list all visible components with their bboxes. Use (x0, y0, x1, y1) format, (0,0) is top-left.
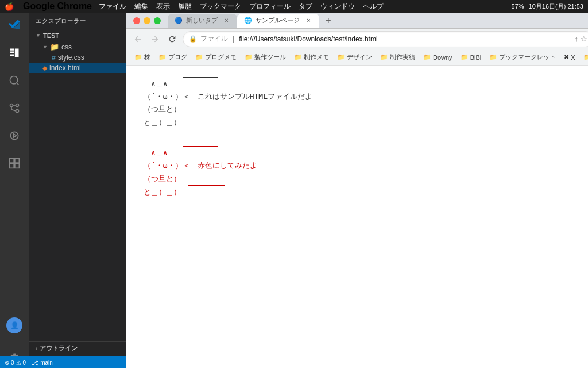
chevron-down-icon: ▼ (36, 33, 41, 39)
vscode-logo (6, 17, 22, 33)
index-html-file[interactable]: ◆ index.html (29, 63, 126, 73)
lock-icon: 🔒 (189, 35, 197, 43)
bookmark-x[interactable]: ✖ X (560, 52, 578, 62)
tab-favicon: 🔵 (175, 17, 183, 25)
bookmark-label: 制作メモ (304, 53, 329, 62)
menu-edit[interactable]: 編集 (134, 2, 148, 12)
bookmark-kabu[interactable]: 📁 株 (131, 52, 154, 63)
tab-favicon: 🌐 (244, 17, 252, 25)
new-tab-button[interactable]: + (322, 14, 335, 28)
folder-icon: 📁 (380, 53, 388, 61)
chrome-toolbar: 🔒 ファイル | file:///Users/tatsuki/Downloads… (126, 29, 588, 49)
menu-tab[interactable]: タブ (299, 2, 312, 12)
svg-marker-9 (13, 134, 16, 138)
bookmark-seisaku-memo[interactable]: 📁 制作メモ (291, 52, 332, 63)
statusbar-errors[interactable]: ⊗ 0 ⚠ 0 (5, 359, 26, 366)
bookmark-progmemo[interactable]: 📁 プログメモ (192, 52, 240, 63)
chevron-right-icon: › (36, 346, 37, 351)
minimize-button[interactable] (144, 17, 150, 24)
git-branch: main (40, 359, 53, 366)
menu-view[interactable]: 表示 (156, 2, 170, 12)
tab-close-button[interactable]: ✕ (222, 17, 230, 25)
kaomoji-line4-red: と＿）＿） (144, 186, 257, 198)
bookmark-downy[interactable]: 📁 Downy (420, 52, 456, 62)
menu-bookmarks[interactable]: ブックマーク (200, 2, 241, 12)
user-avatar[interactable]: 👤 (6, 317, 22, 334)
svg-point-4 (16, 104, 19, 107)
chrome-titlebar: 🔵 新しいタブ ✕ 🌐 サンプルページ ✕ + ⋮ (126, 13, 588, 29)
address-bar[interactable]: 🔒 ファイル | file:///Users/tatsuki/Downloads… (183, 31, 588, 47)
bookmark-design[interactable]: 📁 デザイン (334, 52, 376, 63)
menu-history[interactable]: 履歴 (178, 2, 192, 12)
bookmark-label: 株 (144, 53, 150, 62)
folder-icon: 📁 (583, 53, 588, 61)
debug-icon[interactable] (6, 128, 22, 144)
bookmark-bibi[interactable]: 📁 BiBi (457, 52, 485, 62)
statusbar-git[interactable]: ⎇ main (32, 359, 53, 366)
explorer-icon[interactable] (6, 45, 22, 61)
outline-label: アウトライン (40, 344, 78, 352)
folder-icon: 📁 (245, 53, 253, 61)
menu-profile[interactable]: プロフィール (249, 2, 291, 12)
chrome-content: ∧＿∧ （´・ω・）＜ （´・ω・）＜ これはサンプルHTMLファイルだよこれは… (126, 66, 588, 368)
bookmark-bookmarklet[interactable]: 📁 ブックマークレット (486, 52, 559, 63)
source-control-icon[interactable] (6, 100, 22, 116)
bookmark-label: 制作実績 (390, 53, 415, 62)
menu-window[interactable]: ウィンドウ (320, 2, 355, 12)
address-separator: | (233, 35, 234, 43)
file-name-html: index.html (49, 64, 81, 72)
explorer-header: エクスプローラー (29, 13, 126, 30)
menu-help[interactable]: ヘルプ (363, 2, 384, 12)
extensions-icon[interactable] (6, 155, 22, 171)
folder-icon: 📁 (158, 53, 167, 61)
error-count: 0 (11, 359, 14, 366)
black-kaomoji-block: ∧＿∧ （´・ω・）＜ （´・ω・）＜ これはサンプルHTMLファイルだよこれは… (144, 77, 588, 129)
reload-button[interactable] (165, 32, 179, 46)
svg-line-7 (11, 110, 16, 112)
svg-rect-10 (10, 159, 14, 163)
tab-label: サンプルページ (256, 16, 300, 25)
project-title[interactable]: ▼ TEST (29, 30, 126, 41)
bookmark-blog[interactable]: 📁 ブログ (155, 52, 191, 63)
bookmark-label: BiBi (470, 54, 482, 61)
svg-point-3 (16, 110, 19, 113)
search-icon[interactable] (6, 72, 22, 89)
back-button[interactable] (131, 32, 145, 46)
tab-close-button[interactable]: ✕ (304, 17, 312, 25)
mac-menubar: 🍎 Google Chrome ファイル 編集 表示 履歴 ブックマーク プロフ… (0, 0, 588, 13)
tab-sample[interactable]: 🌐 サンプルページ ✕ (237, 14, 319, 28)
forward-button[interactable] (148, 32, 162, 46)
svg-rect-12 (10, 164, 14, 168)
css-folder[interactable]: ▼ 📁 css (29, 41, 126, 52)
svg-line-1 (17, 83, 19, 85)
bookmark-label: X (571, 54, 575, 61)
warning-count: 0 (23, 359, 26, 366)
outline-section[interactable]: › アウトライン (29, 342, 126, 355)
kaomoji-line1-black: ∧＿∧ (144, 77, 312, 90)
bookmark-tools[interactable]: 📁 製作ツール (241, 52, 289, 63)
style-css-file[interactable]: # style.css (29, 52, 126, 63)
tab-new[interactable]: 🔵 新しいタブ ✕ (168, 14, 237, 28)
bookmark-label: ブログ (168, 53, 187, 62)
hash-icon: # (52, 53, 56, 62)
clock: 57% 10月16日(月) 21:53 (512, 2, 583, 11)
maximize-button[interactable] (154, 17, 161, 24)
bookmark-label: プログメモ (205, 53, 237, 62)
svg-point-2 (10, 104, 13, 107)
html-icon: ◆ (42, 64, 47, 72)
apple-menu[interactable]: 🍎 (5, 2, 14, 11)
bookmark-google[interactable]: 📁 Google (580, 52, 588, 62)
bookmark-jisseki[interactable]: 📁 制作実績 (377, 52, 419, 63)
vscode-statusbar: ⊗ 0 ⚠ 0 ⎇ main (0, 356, 126, 368)
svg-rect-11 (15, 159, 20, 163)
battery-pct: 57% (512, 3, 524, 10)
app-name: Google Chrome (23, 1, 92, 12)
close-button[interactable] (133, 17, 140, 24)
kaomoji-line3-red: （つ旦と） (144, 172, 257, 186)
folder-icon: 📁 (489, 53, 497, 61)
bookmark-star-icon[interactable]: ☆ (581, 34, 587, 43)
menu-file[interactable]: ファイル (99, 2, 126, 12)
share-icon[interactable]: ↑ (575, 34, 579, 43)
folder-icon: 📁 (423, 53, 431, 61)
chrome-bookmarks-bar: 📁 株 📁 ブログ 📁 プログメモ 📁 製作ツール 📁 制作メモ 📁 デ (126, 49, 588, 66)
